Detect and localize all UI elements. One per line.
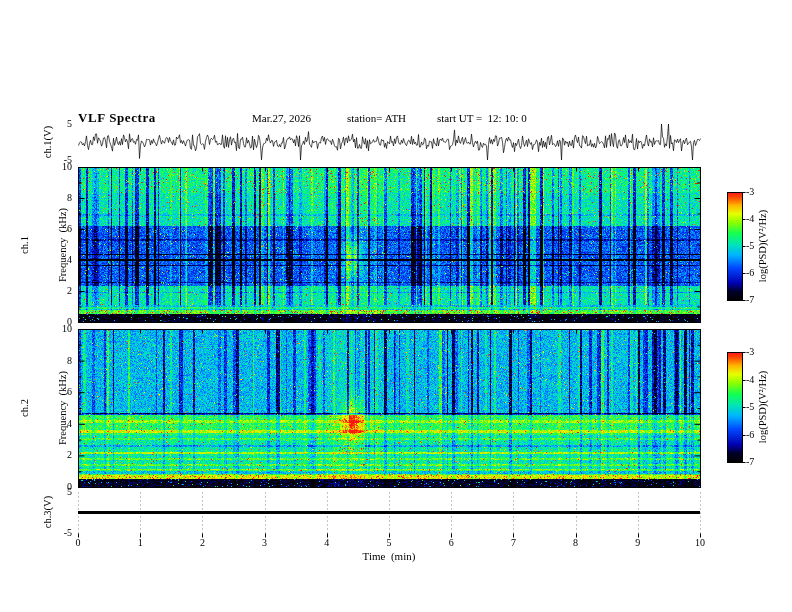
ch3-voltage-axis-label: ch.3(V) xyxy=(43,496,54,528)
ch1-axis-label-line2: Frequency (kHz) xyxy=(57,208,70,282)
x-axis-label: Time (min) xyxy=(363,551,416,562)
colorbar2-tick-label: -5 xyxy=(746,402,754,412)
ch1_wave-y-tick-label: 5 xyxy=(52,119,72,129)
x-tick-label: 1 xyxy=(138,538,143,548)
x-tick-label: 0 xyxy=(76,538,81,548)
ch2_spec-y-tick-label: 6 xyxy=(52,387,72,397)
x-tick-label: 9 xyxy=(635,538,640,548)
x-tick-label: 2 xyxy=(200,538,205,548)
ch2-axis-label-line1: ch.2 xyxy=(19,371,32,445)
ch1_spec-y-tick-label: 8 xyxy=(52,193,72,203)
x-tick-label: 10 xyxy=(695,538,705,548)
ch1-frequency-axis-label: ch.1 Frequency (kHz) xyxy=(0,208,94,282)
x-tick-label: 7 xyxy=(511,538,516,548)
x-tick-label: 8 xyxy=(573,538,578,548)
ch1_spec-y-tick-label: 10 xyxy=(52,162,72,172)
colorbar1-label: log(PSD)(V²/Hz) xyxy=(758,210,769,283)
x-tick-label: 4 xyxy=(324,538,329,548)
colorbar2-tick-label: -6 xyxy=(746,430,754,440)
colorbar2-tick-label: -3 xyxy=(746,347,754,357)
colorbar2-label: log(PSD)(V²/Hz) xyxy=(758,371,769,444)
ch3_wave-y-tick-label: 5 xyxy=(52,487,72,497)
ch2-frequency-axis-label: ch.2 Frequency (kHz) xyxy=(0,371,94,445)
plot-canvas xyxy=(0,0,792,612)
colorbar2-tick-label: -7 xyxy=(746,457,754,467)
colorbar1-tick-label: -5 xyxy=(746,241,754,251)
colorbar2-tick-label: -4 xyxy=(746,375,754,385)
figure-title: VLF Spectra xyxy=(78,111,156,124)
start-ut-label: start UT = 12: 10: 0 xyxy=(437,113,527,124)
x-tick-label: 6 xyxy=(449,538,454,548)
ch2_spec-y-tick-label: 2 xyxy=(52,450,72,460)
x-tick-label: 3 xyxy=(262,538,267,548)
ch2_spec-y-tick-label: 4 xyxy=(52,419,72,429)
ch2_spec-y-tick-label: 10 xyxy=(52,324,72,334)
vlf-spectra-figure: VLF Spectra Mar.27, 2026 station= ATH st… xyxy=(0,0,792,612)
x-tick-label: 5 xyxy=(387,538,392,548)
colorbar1-tick-label: -6 xyxy=(746,268,754,278)
ch1-voltage-axis-label: ch.1(V) xyxy=(43,126,54,158)
colorbar1-tick-label: -4 xyxy=(746,214,754,224)
colorbar1-tick-label: -7 xyxy=(746,295,754,305)
station-label: station= ATH xyxy=(347,113,406,124)
ch2-axis-label-line2: Frequency (kHz) xyxy=(57,371,70,445)
ch2_spec-y-tick-label: 8 xyxy=(52,356,72,366)
date-label: Mar.27, 2026 xyxy=(252,113,311,124)
ch1_spec-y-tick-label: 6 xyxy=(52,224,72,234)
ch3_wave-y-tick-label: -5 xyxy=(52,528,72,538)
ch1_spec-y-tick-label: 2 xyxy=(52,286,72,296)
ch1-axis-label-line1: ch.1 xyxy=(19,208,32,282)
ch1_spec-y-tick-label: 4 xyxy=(52,255,72,265)
colorbar1-tick-label: -3 xyxy=(746,187,754,197)
